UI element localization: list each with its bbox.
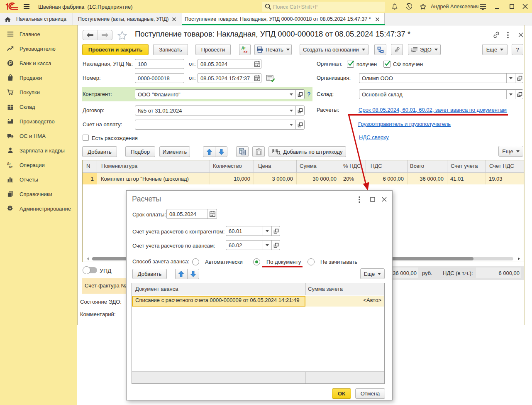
svg-text:Дт: Дт	[242, 46, 246, 50]
svg-text:Кт: Кт	[244, 50, 247, 54]
